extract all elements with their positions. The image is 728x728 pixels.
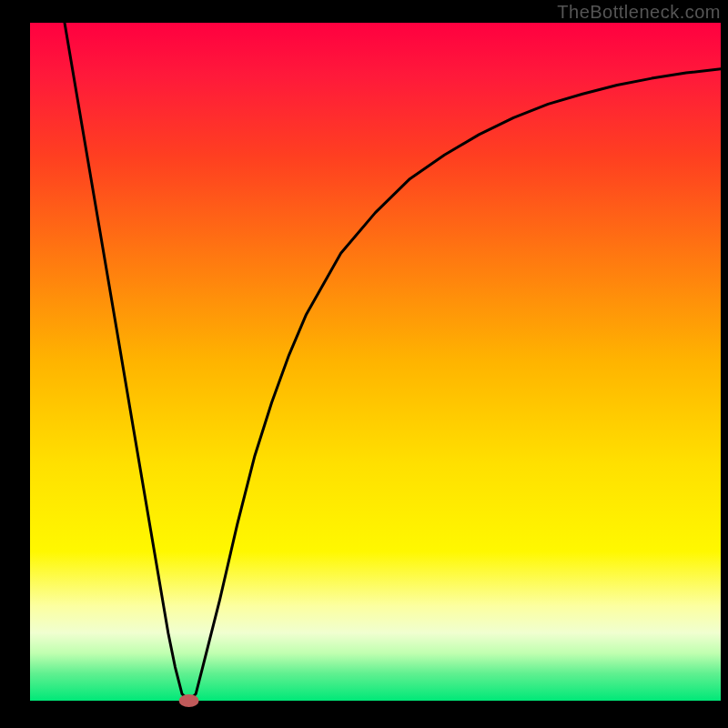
plot-background [30, 23, 721, 701]
optimum-marker [179, 694, 199, 707]
chart-frame: TheBottleneck.com [0, 0, 728, 728]
watermark-text: TheBottleneck.com [557, 2, 721, 23]
bottleneck-chart [0, 0, 728, 728]
